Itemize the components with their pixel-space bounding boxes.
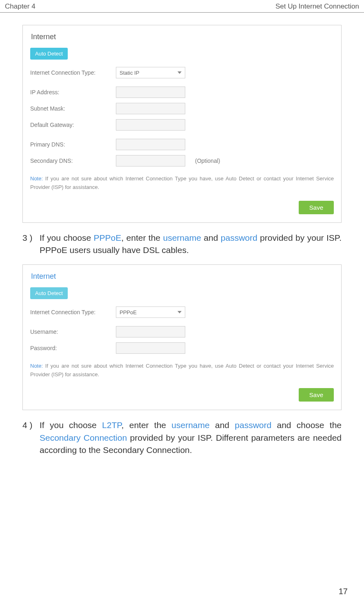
step-number: 3 ) (22, 232, 40, 257)
ip-address-input[interactable] (116, 87, 185, 98)
username-label: Username: (30, 329, 116, 335)
form-row-primary-dns: Primary DNS: (30, 139, 334, 150)
header-title: Set Up Internet Connection (275, 2, 359, 11)
primary-dns-input[interactable] (116, 139, 185, 150)
conn-type-value: Static IP (120, 70, 139, 76)
form-row-username: Username: (30, 326, 334, 337)
auto-detect-button[interactable]: Auto Detect (30, 287, 68, 299)
form-row-connection-type: Internet Connection Type: PPPoE (30, 306, 334, 318)
note-text: Note: If you are not sure about which In… (30, 362, 334, 379)
form-row-gateway: Default Gateway: (30, 119, 334, 131)
internet-panel-static: Internet Auto Detect Internet Connection… (22, 25, 342, 223)
secondary-connection-term: Secondary Connection (40, 433, 127, 442)
auto-detect-button[interactable]: Auto Detect (30, 48, 68, 60)
step-number: 4 ) (22, 419, 40, 456)
form-row-secondary-dns: Secondary DNS: (Optional) (30, 155, 334, 166)
panel-title: Internet (30, 30, 334, 45)
subnet-label: Subnet Mask: (30, 105, 116, 112)
chapter-label: Chapter 4 (5, 2, 36, 11)
page-number: 17 (339, 587, 348, 596)
secondary-dns-input[interactable] (116, 155, 185, 166)
password-label: Password: (30, 345, 116, 351)
secondary-dns-label: Secondary DNS: (30, 158, 116, 164)
l2tp-term: L2TP (102, 420, 122, 430)
internet-panel-pppoe: Internet Auto Detect Internet Connection… (22, 264, 342, 410)
note-label: Note: (30, 363, 43, 369)
gateway-label: Default Gateway: (30, 122, 116, 128)
note-text: Note: If you are not sure about which In… (30, 175, 334, 192)
password-term: password (221, 233, 257, 242)
save-button[interactable]: Save (299, 201, 334, 214)
form-row-password: Password: (30, 342, 334, 354)
conn-type-value: PPPoE (120, 309, 137, 315)
conn-type-label: Internet Connection Type: (30, 69, 116, 76)
subnet-mask-input[interactable] (116, 103, 185, 114)
form-row-subnet: Subnet Mask: (30, 103, 334, 114)
username-term: username (171, 420, 209, 430)
primary-dns-label: Primary DNS: (30, 141, 116, 148)
step-3-paragraph: 3 ) If you choose PPPoE, enter the usern… (22, 232, 342, 257)
panel-title: Internet (30, 270, 334, 285)
page-header: Chapter 4 Set Up Internet Connection (0, 0, 364, 13)
chevron-down-icon (178, 311, 182, 313)
password-input[interactable] (116, 342, 185, 354)
ip-label: IP Address: (30, 89, 116, 95)
step-body: If you choose PPPoE, enter the username … (40, 232, 342, 257)
note-body: If you are not sure about which Internet… (30, 175, 334, 190)
optional-label: (Optional) (195, 158, 220, 164)
conn-type-select[interactable]: PPPoE (116, 306, 185, 318)
chevron-down-icon (178, 71, 182, 74)
username-term: username (163, 233, 201, 242)
page-content: Internet Auto Detect Internet Connection… (0, 13, 364, 456)
conn-type-select[interactable]: Static IP (116, 67, 185, 78)
step-4-paragraph: 4 ) If you choose L2TP, enter the userna… (22, 419, 342, 456)
default-gateway-input[interactable] (116, 119, 185, 131)
form-row-ip: IP Address: (30, 87, 334, 98)
pppoe-term: PPPoE (94, 233, 122, 242)
note-body: If you are not sure about which Internet… (30, 363, 334, 377)
note-label: Note: (30, 175, 43, 182)
step-body: If you choose L2TP, enter the username a… (40, 419, 342, 456)
form-row-connection-type: Internet Connection Type: Static IP (30, 67, 334, 78)
conn-type-label: Internet Connection Type: (30, 309, 116, 315)
save-button[interactable]: Save (299, 388, 334, 402)
username-input[interactable] (116, 326, 185, 337)
password-term: password (235, 420, 271, 430)
